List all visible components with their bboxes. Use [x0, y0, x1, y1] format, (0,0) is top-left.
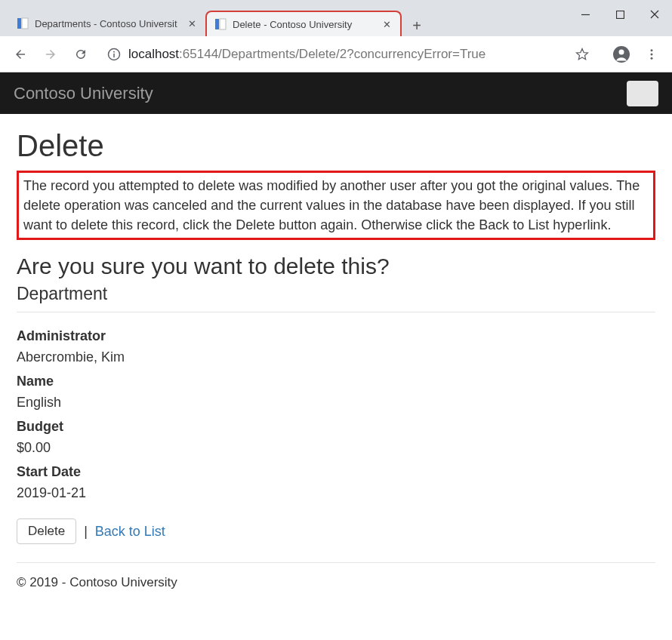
svg-point-13	[651, 49, 653, 51]
svg-point-14	[651, 53, 653, 55]
separator: |	[84, 524, 88, 540]
address-host: localhost	[128, 47, 179, 61]
svg-rect-0	[17, 18, 21, 29]
footer-text: © 2019 - Contoso University	[17, 575, 655, 590]
svg-point-9	[113, 51, 115, 52]
name-label: Name	[17, 371, 655, 392]
confirm-heading: Are you sure you want to delete this?	[17, 254, 655, 279]
address-path: :65144/Departments/Delete/2?concurrencyE…	[179, 47, 486, 61]
svg-rect-10	[113, 53, 115, 57]
divider	[17, 312, 655, 312]
reload-button[interactable]	[68, 42, 94, 67]
tab-title: Departments - Contoso Universit	[35, 18, 180, 29]
close-icon[interactable]: ✕	[381, 18, 393, 30]
page-favicon-icon	[214, 18, 227, 30]
startdate-value: 2019-01-21	[17, 483, 655, 504]
name-value: English	[17, 392, 655, 414]
window-controls	[568, 0, 672, 29]
budget-label: Budget	[17, 417, 655, 438]
svg-point-12	[619, 49, 624, 54]
forward-button[interactable]	[38, 42, 63, 67]
window-titlebar: Departments - Contoso Universit ✕ Delete…	[0, 0, 672, 36]
back-to-list-link[interactable]: Back to List	[95, 524, 165, 540]
maximize-button[interactable]	[603, 0, 637, 29]
nav-toggle-button[interactable]	[627, 81, 658, 106]
browser-tab-delete[interactable]: Delete - Contoso University ✕	[205, 11, 402, 36]
address-text: localhost:65144/Departments/Delete/2?con…	[128, 47, 562, 62]
site-navbar: Contoso University	[0, 72, 672, 114]
svg-point-15	[651, 57, 653, 59]
page-content: Delete The record you attempted to delet…	[0, 114, 672, 605]
entity-heading: Department	[17, 284, 655, 304]
profile-icon[interactable]	[609, 42, 634, 67]
minimize-button[interactable]	[568, 0, 603, 29]
svg-rect-1	[22, 18, 28, 29]
detail-list: Administrator Abercrombie, Kim Name Engl…	[17, 326, 655, 503]
new-tab-button[interactable]: +	[406, 15, 427, 36]
close-window-button[interactable]	[637, 0, 672, 29]
footer-divider	[17, 562, 655, 563]
administrator-label: Administrator	[17, 326, 655, 347]
address-bar[interactable]: localhost:65144/Departments/Delete/2?con…	[98, 42, 604, 67]
administrator-value: Abercrombie, Kim	[17, 347, 655, 368]
bookmark-star-icon[interactable]	[569, 42, 595, 67]
startdate-label: Start Date	[17, 462, 655, 483]
tabs-area: Departments - Contoso Universit ✕ Delete…	[0, 0, 427, 36]
browser-toolbar: localhost:65144/Departments/Delete/2?con…	[0, 36, 672, 72]
browser-tab-departments[interactable]: Departments - Contoso Universit ✕	[9, 11, 205, 36]
actions-row: Delete | Back to List	[17, 518, 655, 544]
page-title: Delete	[17, 129, 655, 163]
tab-title: Delete - Contoso University	[233, 19, 375, 30]
page-favicon-icon	[17, 17, 29, 29]
delete-button[interactable]: Delete	[17, 518, 76, 544]
svg-rect-3	[220, 19, 226, 29]
concurrency-error-message: The record you attempted to delete was m…	[17, 171, 655, 240]
budget-value: $0.00	[17, 438, 655, 459]
close-icon[interactable]: ✕	[186, 17, 198, 29]
svg-rect-2	[215, 19, 219, 29]
brand-link[interactable]: Contoso University	[14, 84, 153, 103]
site-info-icon[interactable]	[107, 48, 121, 61]
svg-rect-5	[616, 11, 624, 18]
kebab-menu-icon[interactable]	[639, 42, 664, 67]
back-button[interactable]	[8, 42, 33, 67]
